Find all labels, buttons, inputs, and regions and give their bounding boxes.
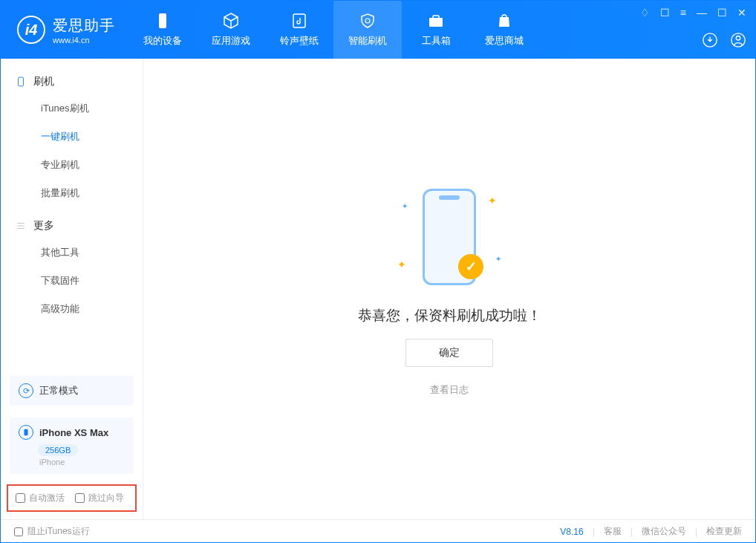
app-name-cn: 爱思助手 <box>53 16 115 36</box>
checkbox-auto-activate[interactable]: 自动激活 <box>16 492 65 504</box>
tab-smart-flash[interactable]: 智能刷机 <box>333 1 402 59</box>
list-icon <box>16 221 26 231</box>
status-bar: 阻止iTunes运行 V8.16 | 客服 | 微信公众号 | 检查更新 <box>1 519 755 543</box>
tab-my-device[interactable]: 我的设备 <box>128 1 197 59</box>
tab-ringtone-wallpaper[interactable]: 铃声壁纸 <box>265 1 333 59</box>
mode-icon: ⟳ <box>19 383 33 398</box>
mode-indicator[interactable]: ⟳ 正常模式 <box>10 376 134 406</box>
device-phone-icon <box>19 425 33 440</box>
svg-rect-0 <box>159 13 166 28</box>
sidebar-item-oneclick-flash[interactable]: 一键刷机 <box>1 123 143 151</box>
cube-icon <box>222 12 240 30</box>
svg-rect-7 <box>19 77 24 86</box>
tab-apps-games[interactable]: 应用游戏 <box>197 1 265 59</box>
device-type: iPhone <box>39 458 125 466</box>
device-storage-badge: 256GB <box>38 444 78 456</box>
bag-icon <box>495 12 513 30</box>
svg-point-6 <box>736 36 740 41</box>
view-log-link[interactable]: 查看日志 <box>430 383 469 397</box>
sidebar-item-batch-flash[interactable]: 批量刷机 <box>1 179 143 207</box>
music-note-icon <box>290 12 308 30</box>
svg-rect-2 <box>429 18 443 27</box>
main-tabs: 我的设备 应用游戏 铃声壁纸 智能刷机 工具箱 爱思商城 <box>128 1 538 59</box>
tab-store[interactable]: 爱思商城 <box>470 1 538 59</box>
app-name-en: www.i4.cn <box>53 36 115 45</box>
sidebar-item-advanced[interactable]: 高级功能 <box>1 295 143 323</box>
close-button[interactable]: ✕ <box>737 7 746 19</box>
svg-rect-3 <box>433 16 439 19</box>
success-illustration: ✦ ✦ ✦ ✦ ✓ <box>375 181 524 293</box>
app-header: i4 爱思助手 www.i4.cn 我的设备 应用游戏 铃声壁纸 智能刷机 工具… <box>1 1 755 59</box>
device-name: iPhone XS Max <box>39 427 108 438</box>
tshirt-icon[interactable]: ♢ <box>640 7 650 19</box>
sidebar-item-itunes-flash[interactable]: iTunes刷机 <box>1 94 143 123</box>
device-icon <box>16 77 26 87</box>
sidebar-item-pro-flash[interactable]: 专业刷机 <box>1 151 143 179</box>
checkmark-badge-icon: ✓ <box>458 254 483 279</box>
refresh-shield-icon <box>359 12 377 30</box>
maximize-button[interactable]: ☐ <box>717 7 727 19</box>
sidebar-section-more: 更多 <box>1 213 143 238</box>
footer-customer-service[interactable]: 客服 <box>604 525 622 538</box>
sidebar-item-download-firmware[interactable]: 下载固件 <box>1 267 143 295</box>
ok-button[interactable]: 确定 <box>405 339 493 367</box>
flash-options-highlighted: 自动激活 跳过向导 <box>7 484 137 512</box>
menu-icon[interactable]: ≡ <box>680 7 686 19</box>
sidebar: 刷机 iTunes刷机 一键刷机 专业刷机 批量刷机 更多 其他工具 下载固件 … <box>1 59 143 519</box>
logo: i4 爱思助手 www.i4.cn <box>1 16 128 45</box>
window-controls: ♢ ☐ ≡ — ☐ ✕ <box>640 7 746 19</box>
svg-rect-8 <box>25 429 28 435</box>
minimize-button[interactable]: — <box>697 7 707 19</box>
checkbox-skip-guide[interactable]: 跳过向导 <box>75 492 124 504</box>
footer-check-update[interactable]: 检查更新 <box>706 525 742 538</box>
checkbox-block-itunes[interactable]: 阻止iTunes运行 <box>14 525 90 538</box>
main-content: ✦ ✦ ✦ ✦ ✓ 恭喜您，保资料刷机成功啦！ 确定 查看日志 <box>143 59 755 519</box>
sidebar-item-other-tools[interactable]: 其他工具 <box>1 238 143 267</box>
logo-icon: i4 <box>17 16 45 44</box>
phone-icon <box>154 12 172 30</box>
device-info[interactable]: iPhone XS Max 256GB iPhone <box>10 417 134 474</box>
sidebar-section-flash: 刷机 <box>1 69 143 94</box>
version-label: V8.16 <box>560 527 583 537</box>
tab-toolbox[interactable]: 工具箱 <box>402 1 470 59</box>
user-icon[interactable] <box>730 32 746 48</box>
download-icon[interactable] <box>702 32 718 48</box>
svg-rect-1 <box>293 14 305 27</box>
footer-wechat[interactable]: 微信公众号 <box>642 525 686 538</box>
success-message: 恭喜您，保资料刷机成功啦！ <box>358 306 541 325</box>
toolbox-icon <box>427 12 445 30</box>
feedback-icon[interactable]: ☐ <box>660 7 670 19</box>
